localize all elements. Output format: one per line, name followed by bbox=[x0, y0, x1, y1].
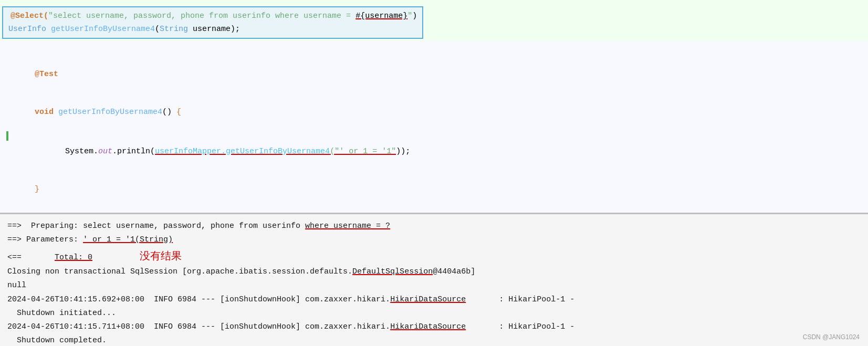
console-shutdown-completed-line: Shutdown completed. bbox=[7, 334, 861, 346]
println-word: .println( bbox=[112, 147, 155, 156]
parameters-underline: ' or 1 = '1(String) bbox=[83, 235, 173, 244]
out-word: out bbox=[98, 147, 112, 156]
console-closing-line: Closing non transactional SqlSession [or… bbox=[7, 265, 861, 279]
console-preparing-line: ==> Preparing: select username, password… bbox=[7, 219, 861, 233]
method-signature-line: UserInfo getUserInfoByUsername4(String u… bbox=[8, 23, 417, 36]
hikari-datasource-underline1: HikariDataSource bbox=[390, 295, 466, 304]
blank-line bbox=[0, 43, 868, 56]
top-code-area: @Select("select username, password, phon… bbox=[0, 0, 868, 41]
where-clause-underline: where username = ? bbox=[305, 222, 390, 230]
annotation-keyword: @Select( bbox=[11, 9, 48, 23]
console-section: ==> Preparing: select username, password… bbox=[0, 214, 868, 347]
total-underline: Total: 0 bbox=[55, 253, 92, 262]
param-type: String bbox=[160, 23, 188, 36]
annotation-block: @Select("select username, password, phon… bbox=[2, 6, 423, 39]
test-code-area: @Test void getUserInfoByUsername4() { Sy… bbox=[0, 41, 868, 213]
console-total-line: <== Total: 0 没有结果 bbox=[7, 247, 861, 265]
string-argument: ("' or 1 = '1" bbox=[330, 147, 396, 156]
total-prefix: <== Total: 0 bbox=[7, 251, 140, 265]
return-type: UserInfo bbox=[8, 23, 51, 36]
method-params: ( bbox=[155, 23, 160, 36]
test-method-name: getUserInfoByUsername4 bbox=[58, 108, 162, 117]
no-result-annotation: 没有结果 bbox=[140, 247, 182, 265]
test-decorator-line: @Test bbox=[0, 56, 868, 93]
default-sql-session-underline: DefaultSqlSession bbox=[352, 267, 433, 276]
open-brace: { bbox=[176, 108, 181, 117]
method-open-paren: () bbox=[162, 108, 176, 117]
param-name: username); bbox=[188, 23, 240, 36]
void-method-line: void getUserInfoByUsername4() { bbox=[0, 93, 868, 131]
method-name-sig: getUserInfoByUsername4 bbox=[51, 23, 155, 36]
annotation-string: "select username, password, phone from u… bbox=[48, 9, 412, 23]
close-parens: )); bbox=[396, 147, 410, 156]
console-hikari-line2: 2024-04-26T10:41:15.711+08:00 INFO 6984 … bbox=[7, 320, 861, 334]
console-shutdown-initiated-line: Shutdown initiated... bbox=[7, 307, 861, 320]
annotation-close: ) bbox=[412, 9, 417, 23]
hash-param: #{username} bbox=[355, 12, 407, 20]
branding-label: CSDN @JANG1024 bbox=[803, 333, 860, 341]
system-word: System. bbox=[65, 147, 98, 156]
close-brace: } bbox=[35, 185, 39, 194]
sysout-line: System.out.println(userInfoMapper.getUse… bbox=[0, 131, 868, 171]
page-container: @Select("select username, password, phon… bbox=[0, 0, 868, 346]
mapper-method-call: userInfoMapper.getUserInfoByUsername4 bbox=[155, 147, 330, 156]
sysout-indent: System.out.println(userInfoMapper.getUse… bbox=[12, 133, 410, 171]
close-brace-line: } bbox=[0, 171, 868, 208]
console-null-line: null bbox=[7, 279, 861, 292]
console-parameters-line: ==> Parameters: ' or 1 = '1(String) bbox=[7, 233, 861, 247]
void-keyword: void bbox=[35, 108, 58, 117]
green-bar bbox=[6, 131, 8, 141]
console-hikari-line1: 2024-04-26T10:41:15.692+08:00 INFO 6984 … bbox=[7, 293, 861, 307]
hikari-datasource-underline2: HikariDataSource bbox=[390, 322, 466, 331]
annotation-line: @Select("select username, password, phon… bbox=[8, 9, 417, 23]
test-annotation: @Test bbox=[35, 70, 58, 79]
